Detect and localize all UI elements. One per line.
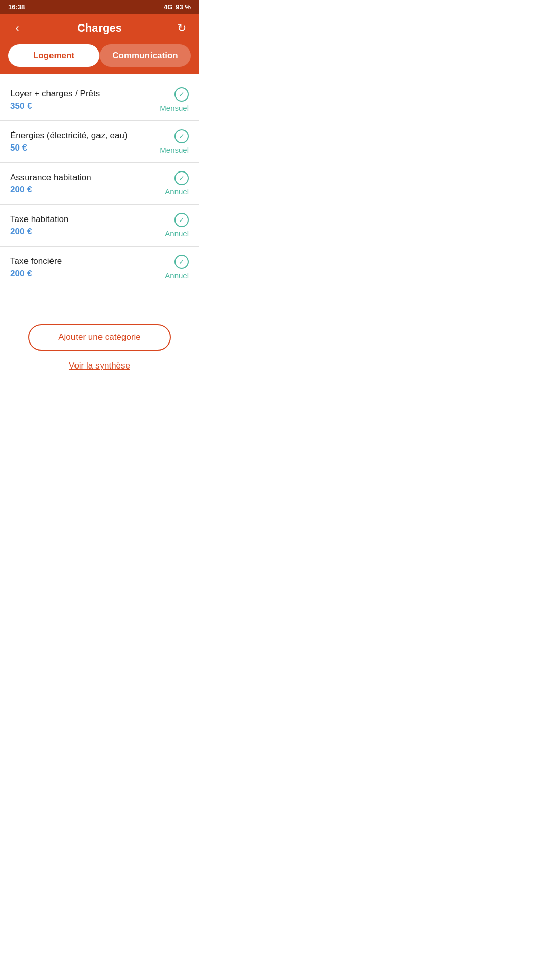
- charge-frequency: Mensuel: [160, 104, 189, 112]
- page-title: Charges: [77, 21, 122, 35]
- list-item[interactable]: Taxe foncière 200 € ✓ Annuel: [0, 247, 199, 288]
- header: ‹ Charges ↻ Logement Communication: [0, 14, 199, 74]
- check-icon: ✓: [174, 255, 189, 269]
- charge-name: Assurance habitation: [10, 173, 165, 183]
- list-item[interactable]: Taxe habitation 200 € ✓ Annuel: [0, 205, 199, 247]
- check-icon: ✓: [174, 87, 189, 102]
- charge-name: Énergies (électricité, gaz, eau): [10, 131, 160, 141]
- tab-communication[interactable]: Communication: [99, 44, 191, 67]
- battery-indicator: 93 %: [176, 3, 191, 11]
- charge-frequency: Annuel: [165, 229, 189, 238]
- charges-list: Loyer + charges / Prêts 350 € ✓ Mensuel …: [0, 74, 199, 293]
- tab-logement[interactable]: Logement: [8, 44, 99, 67]
- check-icon: ✓: [174, 213, 189, 227]
- charge-name: Loyer + charges / Prêts: [10, 89, 160, 99]
- charge-amount: 200 €: [10, 268, 165, 279]
- list-item[interactable]: Énergies (électricité, gaz, eau) 50 € ✓ …: [0, 121, 199, 163]
- charge-name: Taxe foncière: [10, 256, 165, 266]
- charge-frequency: Annuel: [165, 271, 189, 280]
- header-top: ‹ Charges ↻: [8, 19, 191, 44]
- bottom-actions: Ajouter une catégorie Voir la synthèse: [0, 293, 199, 386]
- list-item[interactable]: Loyer + charges / Prêts 350 € ✓ Mensuel: [0, 79, 199, 121]
- add-category-button[interactable]: Ajouter une catégorie: [28, 324, 171, 351]
- charge-amount: 200 €: [10, 185, 165, 195]
- time-display: 16:38: [8, 3, 25, 11]
- check-icon: ✓: [174, 171, 189, 185]
- charge-frequency: Mensuel: [160, 145, 189, 154]
- status-right: 4G 93 %: [164, 3, 191, 11]
- see-synthesis-button[interactable]: Voir la synthèse: [69, 361, 130, 371]
- charge-amount: 200 €: [10, 227, 165, 237]
- check-icon: ✓: [174, 129, 189, 143]
- list-item[interactable]: Assurance habitation 200 € ✓ Annuel: [0, 163, 199, 205]
- status-bar: 16:38 4G 93 %: [0, 0, 199, 14]
- charge-amount: 350 €: [10, 101, 160, 111]
- signal-indicator: 4G: [164, 3, 172, 11]
- charge-frequency: Annuel: [165, 187, 189, 196]
- charge-name: Taxe habitation: [10, 214, 165, 225]
- refresh-button[interactable]: ↻: [172, 19, 191, 37]
- charge-amount: 50 €: [10, 143, 160, 153]
- tabs-container: Logement Communication: [8, 44, 191, 74]
- back-button[interactable]: ‹: [8, 19, 27, 37]
